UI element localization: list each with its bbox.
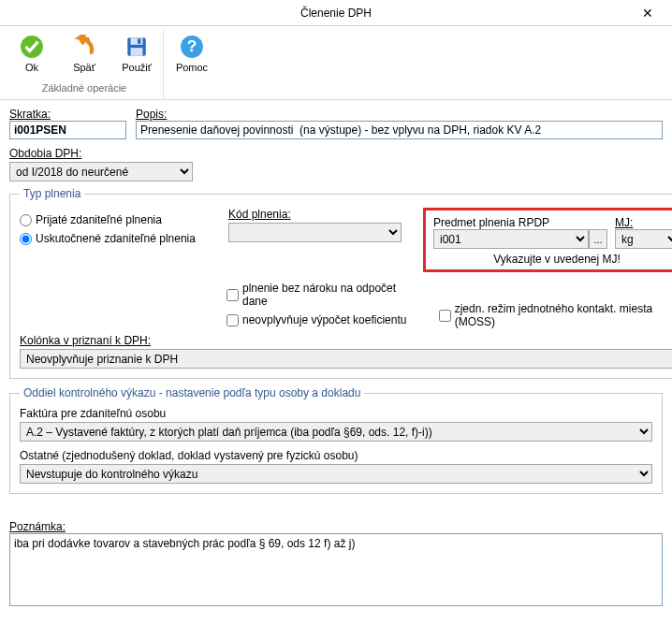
poznamka-textarea[interactable]: [9, 533, 663, 606]
radio-uskutocnene-label: Uskutočnené zdaniteľné plnenia: [36, 232, 196, 245]
ellipsis-icon: ...: [593, 234, 602, 245]
undo-icon: [71, 34, 97, 60]
check-moss[interactable]: zjedn. režim jednotného kontakt. miesta …: [439, 302, 672, 328]
back-label: Späť: [73, 62, 95, 73]
check-neovplyvnuje-koef-label: neovplyvňuje výpočet koeficientu: [242, 313, 406, 326]
svg-rect-4: [138, 38, 140, 43]
ok-label: Ok: [25, 62, 38, 73]
radio-prijate-label: Prijaté zdaniteľné plnenia: [36, 213, 162, 226]
ok-icon: [19, 34, 45, 60]
vykazujte-msg: Vykazujte v uvedenej MJ!: [433, 251, 672, 268]
content-area: Skratka: Popis: Obdobia DPH: od I/2018 d…: [0, 100, 672, 618]
ostatne-label: Ostatné (zjednodušený doklad, doklad vys…: [20, 449, 652, 462]
faktura-label: Faktúra pre zdaniteľnú osobu: [20, 407, 652, 420]
faktura-select[interactable]: A.2 – Vystavené faktúry, z ktorých platí…: [20, 422, 652, 442]
radio-prijate[interactable]: Prijaté zdaniteľné plnenia: [20, 213, 212, 226]
check-moss-input[interactable]: [439, 310, 451, 322]
ribbon-group-label: Základné operácie: [9, 80, 159, 97]
predmet-rpdp-lookup-button[interactable]: ...: [589, 229, 607, 249]
kolonka-select[interactable]: Neovplyvňuje priznanie k DPH: [20, 349, 672, 369]
check-moss-label: zjedn. režim jednotného kontakt. miesta …: [455, 302, 672, 328]
kod-plnenia-label[interactable]: Kód plnenia:: [228, 208, 406, 221]
predmet-rpdp-label: Predmet plnenia RPDP: [433, 216, 607, 229]
titlebar: Členenie DPH ✕: [0, 0, 672, 26]
skratka-input[interactable]: [9, 121, 126, 139]
ribbon: Ok Späť Použiť Základné operácie ?: [0, 26, 672, 100]
mj-label[interactable]: MJ:: [615, 216, 672, 229]
close-button[interactable]: ✕: [629, 0, 666, 26]
svg-text:?: ?: [187, 36, 197, 55]
check-neovplyvnuje-koef[interactable]: neovplyvňuje výpočet koeficientu: [226, 313, 420, 326]
obdobia-label[interactable]: Obdobia DPH:: [9, 147, 81, 160]
predmet-rpdp-select[interactable]: i001: [433, 229, 589, 249]
apply-button[interactable]: Použiť: [114, 32, 159, 75]
svg-rect-3: [131, 48, 143, 56]
oddiel-fieldset: Oddiel kontrolného výkazu - nastavenie p…: [9, 386, 663, 494]
save-icon: [124, 34, 150, 60]
radio-uskutocnene-input[interactable]: [20, 233, 32, 245]
radio-prijate-input[interactable]: [20, 214, 32, 226]
obdobia-select[interactable]: od I/2018 do neurčené: [9, 162, 193, 181]
apply-label: Použiť: [122, 62, 152, 73]
rpdp-highlight-box: Predmet plnenia RPDP i001 ... MJ:: [423, 208, 672, 272]
check-neovplyvnuje-koef-input[interactable]: [226, 314, 239, 326]
typ-plnenia-fieldset: Typ plnenia Prijaté zdaniteľné plnenia U…: [9, 187, 672, 379]
skratka-label[interactable]: Skratka:: [9, 108, 126, 121]
ok-button[interactable]: Ok: [9, 32, 54, 75]
mj-select[interactable]: kg: [615, 229, 672, 249]
check-plnenie-bez-naroku[interactable]: plnenie bez nároku na odpočet dane: [226, 282, 420, 308]
help-icon: ?: [179, 34, 205, 60]
svg-rect-2: [131, 37, 143, 45]
back-button[interactable]: Späť: [62, 32, 107, 75]
popis-input[interactable]: [136, 121, 663, 139]
typ-plnenia-legend: Typ plnenia: [20, 187, 84, 200]
poznamka-label[interactable]: Poznámka:: [9, 520, 66, 533]
popis-label[interactable]: Popis:: [136, 108, 663, 121]
ribbon-group-basic: Ok Späť Použiť Základné operácie: [6, 30, 164, 99]
oddiel-legend: Oddiel kontrolného výkazu - nastavenie p…: [20, 386, 364, 399]
ribbon-group-help: ? Pomoc: [166, 30, 218, 99]
radio-uskutocnene[interactable]: Uskutočnené zdaniteľné plnenia: [20, 232, 212, 245]
check-plnenie-bez-naroku-label: plnenie bez nároku na odpočet dane: [242, 282, 420, 308]
kod-plnenia-select[interactable]: [228, 223, 402, 242]
kolonka-label[interactable]: Kolónka v priznaní k DPH:: [20, 334, 672, 347]
help-label: Pomoc: [176, 62, 208, 73]
window-title: Členenie DPH: [300, 7, 372, 20]
ostatne-select[interactable]: Nevstupuje do kontrolného výkazu: [20, 464, 652, 484]
help-button[interactable]: ? Pomoc: [169, 32, 214, 75]
close-icon: ✕: [642, 6, 653, 21]
check-plnenie-bez-naroku-input[interactable]: [226, 289, 239, 301]
